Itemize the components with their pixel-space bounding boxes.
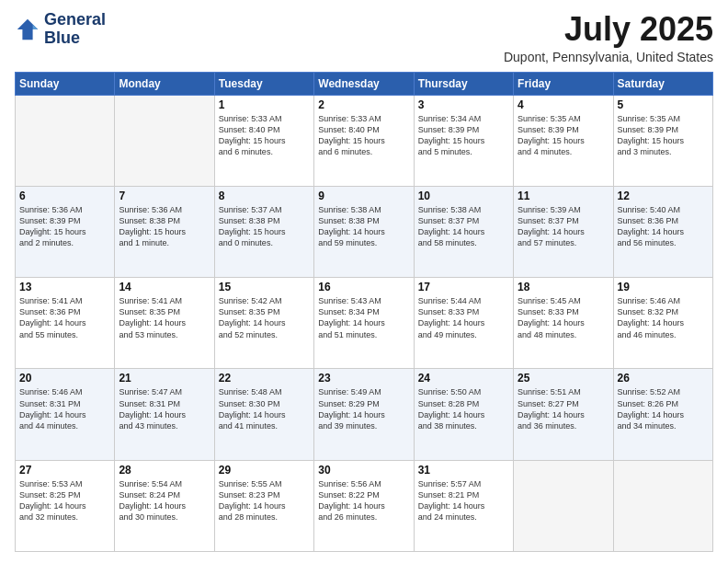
calendar-header: SundayMondayTuesdayWednesdayThursdayFrid… (16, 72, 713, 95)
calendar-cell (16, 95, 115, 186)
day-number: 12 (618, 190, 709, 202)
weekday-header-wednesday: Wednesday (314, 72, 414, 95)
day-number: 7 (119, 190, 210, 202)
day-number: 26 (618, 372, 709, 385)
calendar-cell: 16Sunrise: 5:43 AM Sunset: 8:34 PM Dayli… (314, 278, 414, 369)
calendar-cell: 17Sunrise: 5:44 AM Sunset: 8:33 PM Dayli… (414, 278, 513, 369)
day-info: Sunrise: 5:36 AM Sunset: 8:39 PM Dayligh… (19, 204, 110, 249)
day-number: 19 (618, 281, 709, 293)
calendar-cell: 22Sunrise: 5:48 AM Sunset: 8:30 PM Dayli… (214, 369, 313, 460)
calendar-table: SundayMondayTuesdayWednesdayThursdayFrid… (15, 72, 713, 552)
day-info: Sunrise: 5:33 AM Sunset: 8:40 PM Dayligh… (318, 113, 409, 158)
day-info: Sunrise: 5:56 AM Sunset: 8:22 PM Dayligh… (318, 478, 409, 523)
day-number: 22 (219, 372, 310, 385)
calendar-cell: 10Sunrise: 5:38 AM Sunset: 8:37 PM Dayli… (414, 186, 513, 277)
calendar-cell: 6Sunrise: 5:36 AM Sunset: 8:39 PM Daylig… (16, 186, 115, 277)
day-number: 29 (219, 464, 310, 477)
day-info: Sunrise: 5:36 AM Sunset: 8:38 PM Dayligh… (119, 204, 210, 249)
day-number: 14 (119, 281, 210, 293)
calendar-cell: 15Sunrise: 5:42 AM Sunset: 8:35 PM Dayli… (214, 278, 313, 369)
day-number: 30 (318, 464, 409, 477)
calendar-cell: 2Sunrise: 5:33 AM Sunset: 8:40 PM Daylig… (314, 95, 414, 186)
day-info: Sunrise: 5:40 AM Sunset: 8:36 PM Dayligh… (618, 204, 709, 249)
calendar-cell: 29Sunrise: 5:55 AM Sunset: 8:23 PM Dayli… (214, 460, 313, 551)
calendar-cell (613, 460, 712, 551)
day-number: 2 (318, 98, 409, 111)
calendar-cell: 3Sunrise: 5:34 AM Sunset: 8:39 PM Daylig… (414, 95, 513, 186)
calendar-cell: 30Sunrise: 5:56 AM Sunset: 8:22 PM Dayli… (314, 460, 414, 551)
weekday-header-tuesday: Tuesday (214, 72, 313, 95)
weekday-header-sunday: Sunday (16, 72, 115, 95)
day-number: 11 (518, 190, 609, 202)
calendar-cell (115, 95, 214, 186)
day-number: 3 (418, 98, 509, 111)
day-number: 18 (518, 281, 609, 293)
calendar-cell: 9Sunrise: 5:38 AM Sunset: 8:38 PM Daylig… (314, 186, 414, 277)
day-info: Sunrise: 5:53 AM Sunset: 8:25 PM Dayligh… (19, 478, 110, 523)
title-block: July 2025 Dupont, Pennsylvania, United S… (504, 11, 713, 64)
day-info: Sunrise: 5:52 AM Sunset: 8:26 PM Dayligh… (618, 386, 709, 431)
weekday-header-row: SundayMondayTuesdayWednesdayThursdayFrid… (16, 72, 713, 95)
day-info: Sunrise: 5:34 AM Sunset: 8:39 PM Dayligh… (418, 113, 509, 158)
day-number: 5 (618, 98, 709, 111)
calendar-week-4: 20Sunrise: 5:46 AM Sunset: 8:31 PM Dayli… (16, 369, 713, 460)
weekday-header-monday: Monday (115, 72, 214, 95)
day-info: Sunrise: 5:57 AM Sunset: 8:21 PM Dayligh… (418, 478, 509, 523)
calendar-week-2: 6Sunrise: 5:36 AM Sunset: 8:39 PM Daylig… (16, 186, 713, 277)
day-info: Sunrise: 5:35 AM Sunset: 8:39 PM Dayligh… (618, 113, 709, 158)
day-number: 27 (19, 464, 110, 477)
day-number: 1 (219, 98, 310, 111)
day-number: 8 (219, 190, 310, 202)
calendar-week-3: 13Sunrise: 5:41 AM Sunset: 8:36 PM Dayli… (16, 278, 713, 369)
calendar-cell: 1Sunrise: 5:33 AM Sunset: 8:40 PM Daylig… (214, 95, 313, 186)
calendar-week-5: 27Sunrise: 5:53 AM Sunset: 8:25 PM Dayli… (16, 460, 713, 551)
calendar-cell: 24Sunrise: 5:50 AM Sunset: 8:28 PM Dayli… (414, 369, 513, 460)
day-info: Sunrise: 5:39 AM Sunset: 8:37 PM Dayligh… (518, 204, 609, 249)
day-info: Sunrise: 5:33 AM Sunset: 8:40 PM Dayligh… (219, 113, 310, 158)
calendar-cell (514, 460, 613, 551)
weekday-header-friday: Friday (514, 72, 613, 95)
calendar-cell: 11Sunrise: 5:39 AM Sunset: 8:37 PM Dayli… (514, 186, 613, 277)
main-title: July 2025 (504, 11, 713, 48)
logo-text: General Blue (44, 11, 106, 48)
day-number: 13 (19, 281, 110, 293)
day-info: Sunrise: 5:55 AM Sunset: 8:23 PM Dayligh… (219, 478, 310, 523)
calendar-cell: 14Sunrise: 5:41 AM Sunset: 8:35 PM Dayli… (115, 278, 214, 369)
day-info: Sunrise: 5:50 AM Sunset: 8:28 PM Dayligh… (418, 386, 509, 431)
day-info: Sunrise: 5:48 AM Sunset: 8:30 PM Dayligh… (219, 386, 310, 431)
day-info: Sunrise: 5:41 AM Sunset: 8:36 PM Dayligh… (19, 295, 110, 340)
calendar-cell: 7Sunrise: 5:36 AM Sunset: 8:38 PM Daylig… (115, 186, 214, 277)
calendar-cell: 21Sunrise: 5:47 AM Sunset: 8:31 PM Dayli… (115, 369, 214, 460)
day-number: 24 (418, 372, 509, 385)
day-info: Sunrise: 5:49 AM Sunset: 8:29 PM Dayligh… (318, 386, 409, 431)
day-info: Sunrise: 5:54 AM Sunset: 8:24 PM Dayligh… (119, 478, 210, 523)
day-number: 28 (119, 464, 210, 477)
day-info: Sunrise: 5:47 AM Sunset: 8:31 PM Dayligh… (119, 386, 210, 431)
header: General Blue July 2025 Dupont, Pennsylva… (15, 11, 713, 64)
calendar-cell: 20Sunrise: 5:46 AM Sunset: 8:31 PM Dayli… (16, 369, 115, 460)
calendar-cell: 19Sunrise: 5:46 AM Sunset: 8:32 PM Dayli… (613, 278, 712, 369)
day-info: Sunrise: 5:41 AM Sunset: 8:35 PM Dayligh… (119, 295, 210, 340)
day-info: Sunrise: 5:42 AM Sunset: 8:35 PM Dayligh… (219, 295, 310, 340)
day-info: Sunrise: 5:35 AM Sunset: 8:39 PM Dayligh… (518, 113, 609, 158)
day-number: 4 (518, 98, 609, 111)
day-number: 17 (418, 281, 509, 293)
calendar-cell: 12Sunrise: 5:40 AM Sunset: 8:36 PM Dayli… (613, 186, 712, 277)
day-info: Sunrise: 5:46 AM Sunset: 8:32 PM Dayligh… (618, 295, 709, 340)
calendar-week-1: 1Sunrise: 5:33 AM Sunset: 8:40 PM Daylig… (16, 95, 713, 186)
calendar-cell: 18Sunrise: 5:45 AM Sunset: 8:33 PM Dayli… (514, 278, 613, 369)
day-info: Sunrise: 5:37 AM Sunset: 8:38 PM Dayligh… (219, 204, 310, 249)
calendar-cell: 4Sunrise: 5:35 AM Sunset: 8:39 PM Daylig… (514, 95, 613, 186)
logo-icon (15, 17, 40, 42)
day-number: 10 (418, 190, 509, 202)
calendar-cell: 5Sunrise: 5:35 AM Sunset: 8:39 PM Daylig… (613, 95, 712, 186)
calendar-cell: 13Sunrise: 5:41 AM Sunset: 8:36 PM Dayli… (16, 278, 115, 369)
day-number: 20 (19, 372, 110, 385)
subtitle: Dupont, Pennsylvania, United States (504, 50, 713, 64)
calendar-body: 1Sunrise: 5:33 AM Sunset: 8:40 PM Daylig… (16, 95, 713, 551)
day-number: 25 (518, 372, 609, 385)
calendar-cell: 27Sunrise: 5:53 AM Sunset: 8:25 PM Dayli… (16, 460, 115, 551)
day-number: 9 (318, 190, 409, 202)
day-number: 6 (19, 190, 110, 202)
day-info: Sunrise: 5:45 AM Sunset: 8:33 PM Dayligh… (518, 295, 609, 340)
